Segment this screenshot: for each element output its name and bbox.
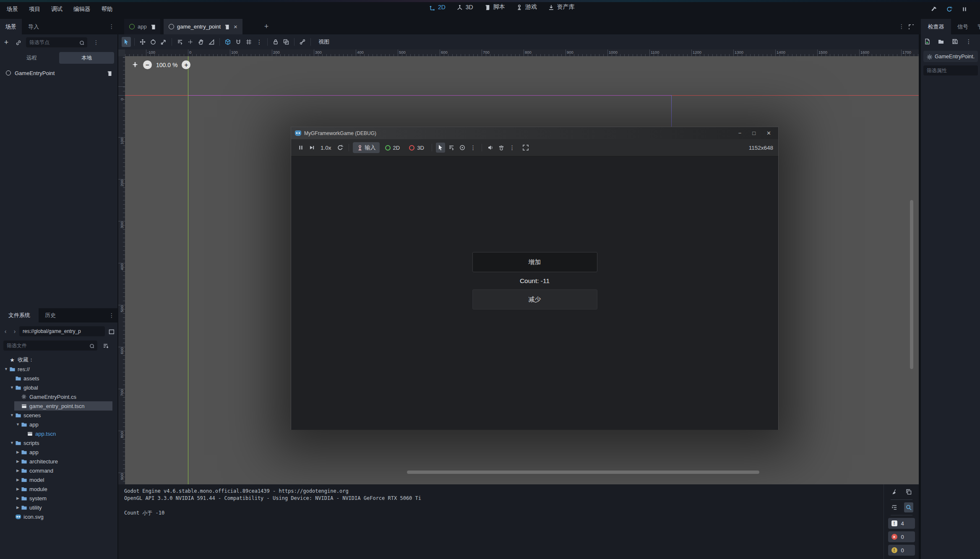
- workspace-2d[interactable]: 2D: [429, 4, 446, 10]
- tree-expand-icon[interactable]: ▶: [15, 496, 21, 500]
- zoom-level[interactable]: 100.0 %: [156, 62, 177, 68]
- scene-tab-game-entry-point[interactable]: game_entry_point ×: [164, 19, 242, 34]
- close-icon[interactable]: ✕: [766, 130, 771, 136]
- rotate-tool[interactable]: [149, 37, 158, 47]
- copy-output-icon[interactable]: [904, 487, 913, 497]
- distraction-free-icon[interactable]: [906, 21, 915, 31]
- add-scene-tab-button[interactable]: +: [262, 21, 271, 31]
- zoom-out-button[interactable]: −: [143, 60, 152, 69]
- game-window-titlebar[interactable]: MyGFrameworkGame (DEBUG) − □ ✕: [291, 127, 778, 139]
- view-menu-button[interactable]: 视图: [314, 37, 334, 47]
- file-tree-row[interactable]: ▶architecture: [0, 457, 117, 466]
- grid-toggle[interactable]: [244, 37, 253, 47]
- script-icon[interactable]: [106, 70, 112, 76]
- tree-collapse-icon[interactable]: ▼: [3, 367, 9, 371]
- grid-snap-toggle[interactable]: [234, 37, 243, 47]
- speed-label[interactable]: 1.0x: [318, 145, 334, 151]
- remote-button[interactable]: 远程: [4, 52, 59, 64]
- zoom-in-button[interactable]: +: [182, 60, 190, 69]
- file-tree-row[interactable]: ▶module: [0, 484, 117, 494]
- tree-collapse-icon[interactable]: ▼: [9, 441, 15, 445]
- skeleton-options-icon[interactable]: [298, 37, 307, 47]
- path-field[interactable]: res://global/game_entry_p: [19, 326, 105, 336]
- scale-tool[interactable]: [159, 37, 168, 47]
- lock-selection-icon[interactable]: [271, 37, 280, 47]
- maximize-icon[interactable]: □: [752, 130, 756, 136]
- debug-options-menu-icon[interactable]: ⋮: [508, 143, 517, 153]
- file-tree-row[interactable]: ▼res://: [0, 364, 117, 374]
- canvas-vscrollbar[interactable]: [910, 200, 913, 369]
- sort-files-icon[interactable]: [101, 341, 110, 351]
- file-tree-row[interactable]: GameEntryPoint.cs: [0, 392, 117, 401]
- tree-collapse-icon[interactable]: ▼: [9, 413, 15, 417]
- center-view-icon[interactable]: [132, 61, 139, 68]
- select-options-menu-icon[interactable]: ⋮: [469, 143, 478, 153]
- file-tree-row[interactable]: ▼global: [0, 383, 117, 392]
- snap-options-menu-icon[interactable]: ⋮: [255, 37, 264, 47]
- tree-expand-icon[interactable]: ▶: [15, 478, 21, 482]
- file-tree-row[interactable]: ▶system: [0, 494, 117, 503]
- workspace-script[interactable]: 脚本: [484, 3, 505, 11]
- file-tree-row[interactable]: ▶model: [0, 475, 117, 484]
- forward-icon[interactable]: ›: [10, 326, 19, 336]
- local-button[interactable]: 本地: [59, 52, 114, 64]
- smart-snap-toggle[interactable]: [223, 37, 232, 47]
- tree-collapse-icon[interactable]: ▼: [15, 422, 21, 426]
- debug-paint-icon[interactable]: [497, 143, 506, 153]
- tab-list-menu-icon[interactable]: ⋮: [897, 21, 906, 31]
- mode-3d-button[interactable]: 3D: [405, 142, 428, 153]
- pan-tool[interactable]: [196, 37, 206, 47]
- mode-2d-button[interactable]: 2D: [381, 142, 404, 153]
- game-select-cursor-icon[interactable]: [436, 143, 445, 153]
- workspace-assetlib[interactable]: 资产库: [548, 3, 575, 11]
- menu-item[interactable]: 场景: [3, 4, 21, 15]
- tree-expand-icon[interactable]: ▶: [15, 505, 21, 510]
- suspend-icon[interactable]: [296, 143, 305, 153]
- increase-button[interactable]: 增加: [472, 252, 597, 272]
- save-resource-icon[interactable]: [950, 36, 959, 47]
- canvas-viewport[interactable]: − 100.0 % + MyGFrameworkGame (DEBUG) − □…: [125, 56, 919, 484]
- file-tree-row[interactable]: ▶utility: [0, 503, 117, 512]
- reload-project-icon[interactable]: [945, 4, 954, 14]
- tree-expand-icon[interactable]: ▶: [15, 459, 21, 463]
- camera-override-icon[interactable]: [458, 143, 467, 153]
- tab-filesystem[interactable]: 文件系统: [0, 308, 39, 322]
- scene-dock-menu-icon[interactable]: ⋮: [91, 37, 101, 47]
- filter-nodes-input[interactable]: 筛选节点: [26, 37, 87, 47]
- build-hammer-icon[interactable]: [930, 4, 939, 14]
- reset-speed-icon[interactable]: [336, 143, 345, 153]
- split-mode-icon[interactable]: [107, 326, 116, 336]
- back-icon[interactable]: ‹: [1, 326, 10, 336]
- file-tree-row[interactable]: ▼scenes: [0, 411, 117, 420]
- group-selection-icon[interactable]: [281, 37, 291, 47]
- dock-tab-import[interactable]: 导入: [22, 19, 45, 34]
- filter-files-input[interactable]: 筛选文件: [3, 341, 97, 351]
- filter-properties-input[interactable]: 筛选属性: [923, 65, 978, 75]
- tree-expand-icon[interactable]: ▶: [15, 450, 21, 454]
- tab-inspector[interactable]: 检查器: [921, 19, 951, 34]
- instance-scene-icon[interactable]: [13, 37, 23, 47]
- input-mode-button[interactable]: 输入: [353, 142, 380, 153]
- inspected-node-pill[interactable]: GameEntryPoint.: [923, 51, 978, 62]
- collapse-duplicates-icon[interactable]: [890, 502, 899, 512]
- next-frame-icon[interactable]: [307, 143, 316, 153]
- select-tool[interactable]: [122, 37, 131, 47]
- tree-expand-icon[interactable]: ▶: [15, 468, 21, 473]
- workspace-game[interactable]: 游戏: [516, 3, 537, 11]
- scene-tab-app[interactable]: app: [124, 19, 160, 34]
- menu-item[interactable]: 帮助: [98, 4, 116, 15]
- canvas-hscrollbar[interactable]: [407, 471, 759, 474]
- audio-mute-icon[interactable]: [486, 143, 495, 153]
- file-tree-row[interactable]: icon.svg: [0, 512, 117, 521]
- decrease-button[interactable]: 减少: [472, 289, 597, 309]
- messages-badge[interactable]: ! 4: [888, 518, 915, 529]
- dock-tabs-menu-icon[interactable]: ⋮: [107, 21, 116, 31]
- filesystem-menu-icon[interactable]: ⋮: [107, 310, 116, 320]
- dock-tab-scene[interactable]: 场景: [0, 19, 22, 34]
- file-tree-row[interactable]: ★收藏：: [0, 355, 117, 364]
- clear-output-icon[interactable]: [890, 487, 899, 497]
- menu-item[interactable]: 编辑器: [70, 4, 94, 15]
- new-resource-icon[interactable]: [923, 36, 932, 47]
- inspector-menu-icon[interactable]: ⋮: [964, 36, 973, 47]
- scene-tree-root-row[interactable]: GameEntryPoint: [0, 68, 117, 78]
